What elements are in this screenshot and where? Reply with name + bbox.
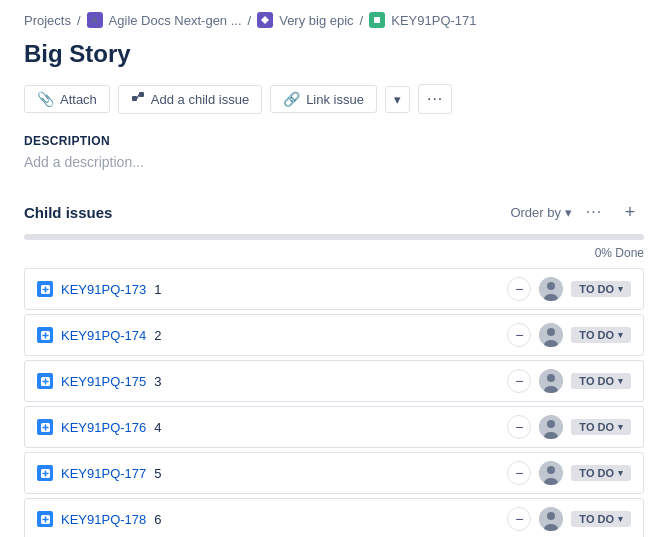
agile-icon: A (87, 12, 103, 28)
link-issue-label: Link issue (306, 92, 364, 107)
svg-point-7 (547, 282, 555, 290)
issue-remove-button[interactable]: − (507, 415, 531, 439)
issue-row: KEY91PQ-177 5 − TO DO ▾ (24, 452, 644, 494)
issue-remove-button[interactable]: − (507, 369, 531, 393)
status-chevron-icon: ▾ (618, 376, 623, 386)
svg-point-15 (547, 374, 555, 382)
status-badge[interactable]: TO DO ▾ (571, 511, 631, 527)
toolbar-more-button[interactable]: ··· (418, 84, 452, 114)
child-issues-title: Child issues (24, 204, 112, 221)
status-badge[interactable]: TO DO ▾ (571, 419, 631, 435)
issue-number: 3 (154, 374, 499, 389)
description-placeholder[interactable]: Add a description... (24, 154, 644, 170)
issue-number: 5 (154, 466, 499, 481)
status-chevron-icon: ▾ (618, 330, 623, 340)
issue-key[interactable]: KEY91PQ-177 (61, 466, 146, 481)
svg-point-11 (547, 328, 555, 336)
child-issues-add-button[interactable]: + (616, 198, 644, 226)
add-child-button[interactable]: Add a child issue (118, 85, 262, 114)
svg-line-4 (137, 94, 139, 98)
issue-row: KEY91PQ-173 1 − TO DO ▾ (24, 268, 644, 310)
progress-bar-background (24, 234, 644, 240)
status-chevron-icon: ▾ (618, 468, 623, 478)
link-issue-button[interactable]: 🔗 Link issue (270, 85, 377, 113)
order-by-chevron-icon: ▾ (565, 205, 572, 220)
attach-button[interactable]: 📎 Attach (24, 85, 110, 113)
attach-icon: 📎 (37, 91, 54, 107)
issue-key[interactable]: KEY91PQ-173 (61, 282, 146, 297)
issue-row: KEY91PQ-176 4 − TO DO ▾ (24, 406, 644, 448)
child-issues-dots-button[interactable]: ··· (580, 198, 608, 226)
toolbar-dropdown-button[interactable]: ▾ (385, 86, 410, 113)
svg-point-19 (547, 420, 555, 428)
avatar (539, 461, 563, 485)
description-label: Description (24, 134, 644, 148)
add-plus-icon: + (625, 202, 636, 223)
status-label: TO DO (579, 467, 614, 479)
issue-key[interactable]: KEY91PQ-175 (61, 374, 146, 389)
avatar (539, 507, 563, 531)
breadcrumb-sep3: / (360, 13, 364, 28)
issue-remove-button[interactable]: − (507, 461, 531, 485)
issue-number: 1 (154, 282, 499, 297)
attach-label: Attach (60, 92, 97, 107)
status-badge[interactable]: TO DO ▾ (571, 281, 631, 297)
breadcrumb-story[interactable]: KEY91PQ-171 (391, 13, 476, 28)
issue-row: KEY91PQ-174 2 − TO DO ▾ (24, 314, 644, 356)
svg-rect-3 (139, 92, 144, 97)
issue-row: KEY91PQ-175 3 − TO DO ▾ (24, 360, 644, 402)
issue-remove-button[interactable]: − (507, 323, 531, 347)
breadcrumb-epic[interactable]: Very big epic (279, 13, 353, 28)
issue-number: 6 (154, 512, 499, 527)
avatar (539, 369, 563, 393)
page-title: Big Story (0, 36, 668, 84)
status-label: TO DO (579, 283, 614, 295)
status-badge[interactable]: TO DO ▾ (571, 373, 631, 389)
status-label: TO DO (579, 375, 614, 387)
issue-key[interactable]: KEY91PQ-178 (61, 512, 146, 527)
story-icon (369, 12, 385, 28)
breadcrumb-projects[interactable]: Projects (24, 13, 71, 28)
order-by-label: Order by (510, 205, 561, 220)
issue-remove-button[interactable]: − (507, 507, 531, 531)
breadcrumb: Projects / A Agile Docs Next-gen ... / V… (0, 0, 668, 36)
issue-key[interactable]: KEY91PQ-176 (61, 420, 146, 435)
chevron-down-icon: ▾ (394, 92, 401, 107)
progress-bar-container (0, 226, 668, 244)
status-badge[interactable]: TO DO ▾ (571, 327, 631, 343)
issue-type-icon (37, 327, 53, 343)
add-child-label: Add a child issue (151, 92, 249, 107)
breadcrumb-agile[interactable]: Agile Docs Next-gen ... (109, 13, 242, 28)
issue-list: KEY91PQ-173 1 − TO DO ▾ KEY91PQ-174 2 − (0, 268, 668, 537)
status-chevron-icon: ▾ (618, 284, 623, 294)
avatar (539, 277, 563, 301)
issue-remove-button[interactable]: − (507, 277, 531, 301)
avatar (539, 415, 563, 439)
child-dots-icon: ··· (586, 203, 602, 221)
child-issue-icon (131, 91, 145, 108)
issue-type-icon (37, 373, 53, 389)
status-badge[interactable]: TO DO ▾ (571, 465, 631, 481)
issue-type-icon (37, 419, 53, 435)
issue-number: 2 (154, 328, 499, 343)
more-dots-icon: ··· (427, 90, 443, 108)
link-icon: 🔗 (283, 91, 300, 107)
status-chevron-icon: ▾ (618, 514, 623, 524)
toolbar: 📎 Attach Add a child issue 🔗 Link issue … (0, 84, 668, 134)
progress-label: 0% Done (0, 244, 668, 268)
avatar (539, 323, 563, 347)
order-by-button[interactable]: Order by ▾ (510, 205, 572, 220)
svg-point-27 (547, 512, 555, 520)
svg-marker-0 (261, 16, 269, 24)
child-issues-header: Child issues Order by ▾ ··· + (0, 190, 668, 226)
issue-number: 4 (154, 420, 499, 435)
svg-rect-1 (374, 17, 380, 23)
breadcrumb-sep2: / (248, 13, 252, 28)
issue-key[interactable]: KEY91PQ-174 (61, 328, 146, 343)
issue-type-icon (37, 511, 53, 527)
svg-rect-2 (132, 96, 137, 101)
status-label: TO DO (579, 329, 614, 341)
status-label: TO DO (579, 513, 614, 525)
svg-point-23 (547, 466, 555, 474)
breadcrumb-sep1: / (77, 13, 81, 28)
